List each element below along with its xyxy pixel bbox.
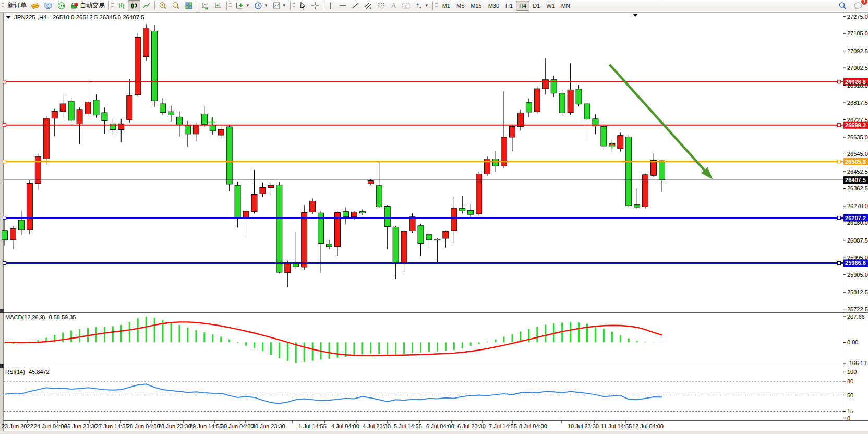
vertical-line-button[interactable]: [325, 0, 336, 11]
tab-timeframe-w1[interactable]: W1: [543, 1, 558, 11]
svg-text:4 Jul 23:30: 4 Jul 23:30: [363, 423, 391, 429]
signal-icon: [57, 2, 66, 10]
fibonacci-button[interactable]: F: [375, 0, 388, 11]
new-order-label: 新订单: [8, 1, 27, 10]
chart-bars-button[interactable]: [115, 0, 128, 11]
indicators-button[interactable]: ▼: [233, 0, 252, 11]
svg-text:-166.13: -166.13: [847, 360, 866, 366]
svg-text:29 Jun 14:55: 29 Jun 14:55: [189, 423, 223, 429]
auto-trading-icon: [70, 2, 79, 10]
auto-trading-label: 自动交易: [80, 1, 105, 10]
svg-text:11 Jul 14:55: 11 Jul 14:55: [601, 423, 632, 429]
templates-button[interactable]: ▼: [270, 0, 288, 11]
new-order-button[interactable]: 新订单: [6, 0, 29, 11]
notification-badge: 1: [861, 0, 867, 5]
chart-candles-button[interactable]: [128, 0, 140, 11]
tab-timeframe-m5[interactable]: M5: [453, 1, 467, 11]
price-tag-26505.8: 26505.8: [845, 159, 866, 165]
chart-line-button[interactable]: [140, 0, 153, 11]
cursor-button[interactable]: [297, 0, 309, 11]
candlestick-icon: [130, 2, 138, 10]
trendline-button[interactable]: [349, 0, 361, 11]
tab-timeframe-d1[interactable]: D1: [529, 1, 543, 11]
toolbar-grip[interactable]: [111, 2, 114, 9]
svg-text:26087.5: 26087.5: [847, 237, 868, 244]
crosshair-button[interactable]: [309, 0, 321, 11]
svg-text:25812.5: 25812.5: [847, 289, 868, 295]
tab-timeframe-m1[interactable]: M1: [439, 1, 453, 11]
toolbar-grip[interactable]: [293, 2, 295, 9]
notifications-button[interactable]: 1: [851, 0, 865, 11]
tab-timeframe-mn[interactable]: MN: [558, 1, 573, 11]
svg-text:26817.5: 26817.5: [847, 100, 868, 106]
tab-timeframe-m30[interactable]: M30: [485, 1, 502, 11]
zoom-in-button[interactable]: [156, 0, 170, 11]
channel-button[interactable]: E: [361, 0, 375, 11]
bar-chart-icon: [117, 2, 126, 10]
tab-timeframe-m15[interactable]: M15: [467, 1, 485, 11]
svg-text:T: T: [404, 3, 407, 8]
tile-windows-button[interactable]: [183, 0, 195, 11]
toolbar-grip[interactable]: [229, 2, 232, 9]
svg-text:4 Jul 04:00: 4 Jul 04:00: [331, 423, 359, 429]
chart-title: JPN225-,H4 26510.0 26512.5 26345.0 26407…: [6, 14, 144, 20]
horizontal-line-button[interactable]: [336, 0, 349, 11]
window-left-border: [0, 12, 3, 434]
clock-icon: [254, 2, 262, 10]
pane-splitter-macd[interactable]: [0, 309, 4, 313]
svg-text:80: 80: [847, 378, 853, 384]
toolbar-grip[interactable]: [2, 2, 4, 9]
text-label-button[interactable]: T: [400, 0, 413, 11]
toolbar-separator: [226, 1, 227, 10]
chart-background: [0, 12, 868, 434]
pane-splitter-rsi[interactable]: [0, 364, 4, 368]
svg-text:6 Jul 04:00: 6 Jul 04:00: [426, 423, 454, 429]
indicators-icon: [235, 2, 244, 10]
chart-ohlc-values: 26510.0 26512.5 26345.0 26407.5: [53, 14, 144, 20]
auto-trading-button[interactable]: 自动交易: [68, 0, 107, 11]
svg-text:7 Jul 14:55: 7 Jul 14:55: [489, 423, 517, 429]
rsi-indicator-value: 45.8472: [29, 369, 50, 375]
svg-text:50: 50: [847, 392, 853, 399]
monitor-icon: [44, 2, 53, 10]
main-toolbar: 新订单 自动交易 ▼ ▼: [0, 0, 868, 11]
chart-shift-icon: [214, 2, 223, 10]
fibonacci-icon: F: [377, 2, 385, 10]
toolbar-grip[interactable]: [435, 2, 438, 9]
arrows-button[interactable]: ▼: [413, 0, 431, 11]
svg-text:28 Jun 04:00: 28 Jun 04:00: [127, 423, 160, 429]
svg-text:28 Jun 23:30: 28 Jun 23:30: [158, 423, 191, 429]
arrow-objects-icon: [415, 2, 423, 10]
tab-timeframe-h4[interactable]: H4: [516, 1, 529, 11]
chevron-down-icon: ▼: [264, 3, 268, 8]
signals-button[interactable]: [55, 0, 68, 11]
horizontal-line-icon: [339, 2, 347, 10]
chevron-down-icon: ▼: [282, 3, 286, 8]
text-button[interactable]: A: [388, 0, 400, 11]
chevron-down-icon: ▼: [425, 3, 429, 8]
svg-text:27092.5: 27092.5: [847, 48, 868, 54]
template-icon: [272, 2, 281, 10]
zoom-out-button[interactable]: [170, 0, 183, 11]
toolbar-separator: [154, 1, 155, 10]
auto-scroll-button[interactable]: [199, 0, 212, 11]
svg-text:26362.5: 26362.5: [847, 185, 868, 191]
svg-text:25722.5: 25722.5: [847, 306, 868, 312]
chart-canvas[interactable]: 26928.826699.326505.826407.526207.225966…: [0, 0, 868, 434]
tab-timeframe-h1[interactable]: H1: [502, 1, 516, 11]
market-watch-button[interactable]: [29, 0, 42, 11]
svg-text:30 Jun 23:30: 30 Jun 23:30: [252, 423, 285, 429]
vertical-line-icon: [327, 2, 334, 10]
svg-text:26727.5: 26727.5: [847, 117, 868, 123]
chart-shift-button[interactable]: [212, 0, 225, 11]
search-button[interactable]: [836, 0, 849, 11]
svg-text:A: A: [391, 2, 395, 9]
svg-text:26452.5: 26452.5: [847, 168, 868, 175]
macd-indicator-name: MACD(12,26,9): [5, 314, 45, 320]
periods-button[interactable]: ▼: [252, 0, 270, 11]
svg-text:26545.0: 26545.0: [847, 151, 868, 157]
svg-text:F: F: [382, 6, 384, 10]
svg-text:12 Jul 04:00: 12 Jul 04:00: [632, 423, 664, 429]
price-tag-26407.5: 26407.5: [845, 177, 866, 183]
data-window-button[interactable]: [42, 0, 55, 11]
